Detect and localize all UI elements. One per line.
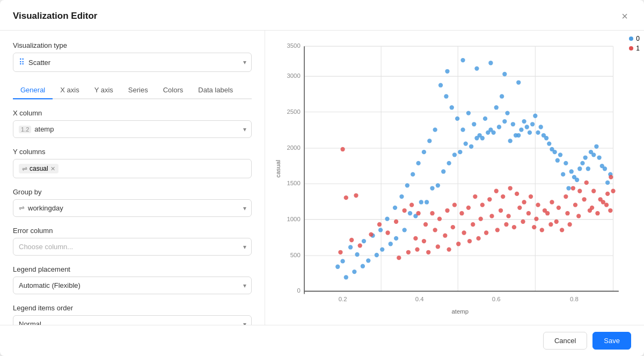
- svg-text:3000: 3000: [287, 72, 300, 79]
- legend-placement-select[interactable]: Automatic (Flexible): [13, 277, 252, 294]
- legend-items-select[interactable]: Normal: [13, 315, 252, 325]
- svg-point-37: [393, 206, 397, 210]
- legend-placement-group: Legend placement Automatic (Flexible) ▾: [13, 265, 252, 294]
- svg-point-106: [436, 183, 440, 187]
- group-by-select[interactable]: ⇌ workingday: [13, 199, 252, 217]
- svg-text:1500: 1500: [287, 180, 300, 186]
- svg-point-55: [494, 105, 499, 110]
- svg-point-96: [586, 166, 590, 171]
- svg-point-168: [443, 234, 447, 238]
- svg-point-44: [433, 128, 437, 132]
- svg-point-67: [561, 172, 565, 176]
- tab-colors[interactable]: Colors: [156, 82, 191, 99]
- svg-point-194: [467, 239, 472, 243]
- svg-point-189: [415, 247, 419, 251]
- svg-point-133: [385, 230, 390, 235]
- x-column-select[interactable]: 1.2 atemp: [13, 120, 252, 138]
- svg-point-70: [577, 166, 582, 171]
- svg-point-152: [522, 200, 526, 204]
- casual-tag-remove[interactable]: ✕: [50, 165, 55, 172]
- svg-point-201: [532, 225, 536, 229]
- svg-point-91: [530, 122, 535, 126]
- viz-type-group: Visualization type ⠿ Scatter ▾: [13, 41, 252, 72]
- svg-point-35: [378, 228, 383, 232]
- svg-point-130: [358, 243, 362, 248]
- svg-point-137: [416, 211, 420, 215]
- svg-point-66: [555, 158, 560, 163]
- viz-type-select[interactable]: ⠿ Scatter: [13, 53, 252, 72]
- svg-point-39: [405, 183, 409, 187]
- svg-point-205: [567, 222, 572, 227]
- tab-general[interactable]: General: [13, 82, 53, 99]
- svg-point-93: [552, 150, 557, 154]
- svg-point-129: [349, 238, 354, 242]
- svg-point-116: [547, 141, 551, 146]
- svg-point-169: [451, 225, 455, 229]
- svg-point-177: [526, 211, 531, 215]
- svg-point-108: [458, 150, 462, 154]
- svg-text:0.4: 0.4: [415, 296, 424, 302]
- svg-point-131: [369, 232, 373, 236]
- svg-point-73: [594, 144, 598, 149]
- svg-point-181: [565, 211, 569, 215]
- svg-point-120: [591, 152, 596, 157]
- svg-point-202: [540, 228, 544, 232]
- y-columns-label: Y columns: [13, 148, 252, 156]
- svg-point-36: [385, 216, 389, 221]
- svg-point-31: [335, 265, 340, 269]
- svg-point-121: [603, 166, 607, 171]
- right-panel: 0 1: [265, 31, 644, 325]
- tab-yaxis[interactable]: Y axis: [87, 82, 121, 99]
- svg-point-30: [348, 245, 353, 249]
- tab-series[interactable]: Series: [121, 82, 156, 99]
- svg-point-157: [557, 206, 561, 210]
- svg-point-176: [517, 206, 522, 210]
- group-by-group: Group by ⇌ workingday ▾: [13, 188, 252, 217]
- close-button[interactable]: ×: [618, 10, 631, 23]
- svg-point-213: [354, 193, 358, 198]
- svg-point-180: [554, 220, 559, 224]
- tab-datalabels[interactable]: Data labels: [191, 82, 240, 99]
- legend-items-value: Normal: [19, 320, 41, 325]
- svg-point-214: [340, 147, 345, 151]
- tab-xaxis[interactable]: X axis: [53, 82, 86, 99]
- svg-point-183: [582, 197, 586, 201]
- svg-point-142: [452, 203, 457, 207]
- legend-label-1: 1: [636, 45, 640, 52]
- svg-point-149: [501, 194, 505, 199]
- cancel-button[interactable]: Cancel: [543, 332, 587, 350]
- viz-type-select-wrapper: ⠿ Scatter ▾: [13, 53, 252, 72]
- svg-point-82: [430, 186, 434, 190]
- svg-point-128: [338, 250, 342, 255]
- svg-point-158: [564, 194, 568, 199]
- modal-footer: Cancel Save: [0, 325, 644, 356]
- svg-point-212: [344, 195, 348, 200]
- x-column-group: X column 1.2 atemp ▾: [13, 109, 252, 138]
- svg-point-164: [605, 192, 610, 196]
- svg-point-188: [406, 250, 411, 255]
- svg-point-211: [609, 175, 613, 179]
- svg-point-136: [409, 203, 414, 207]
- casual-type-icon: ⇌: [22, 165, 27, 172]
- y-columns-group: Y columns ⇌ casual ✕: [13, 148, 252, 178]
- svg-point-190: [426, 250, 430, 255]
- svg-point-47: [450, 105, 454, 110]
- casual-tag-label: casual: [30, 165, 48, 172]
- svg-point-109: [469, 144, 473, 149]
- svg-text:0.2: 0.2: [339, 296, 347, 302]
- scatter-chart: 0 500 1000 1500 2000 2500 3000 3500 0.2 …: [274, 39, 635, 321]
- svg-point-118: [569, 169, 574, 173]
- tabs-row: General X axis Y axis Series Colors Data…: [13, 82, 252, 99]
- svg-point-162: [591, 189, 596, 193]
- svg-point-171: [471, 222, 475, 227]
- svg-point-172: [479, 216, 483, 221]
- save-button[interactable]: Save: [592, 332, 631, 350]
- svg-point-32: [355, 252, 359, 257]
- group-by-type-icon: ⇌: [19, 204, 25, 212]
- svg-point-102: [389, 242, 393, 246]
- svg-point-56: [500, 94, 504, 98]
- error-column-select[interactable]: Choose column...: [13, 238, 252, 256]
- y-columns-input[interactable]: ⇌ casual ✕: [13, 159, 252, 178]
- svg-point-48: [455, 117, 459, 121]
- svg-point-126: [502, 72, 507, 76]
